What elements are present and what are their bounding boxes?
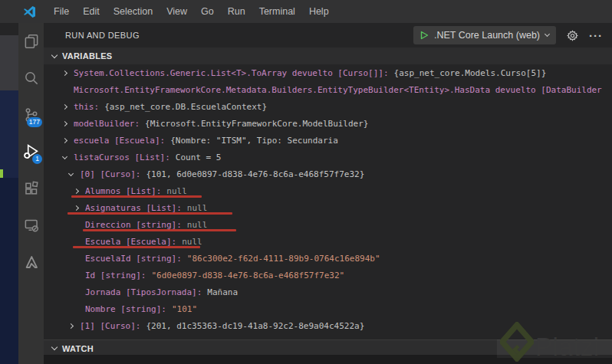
- chevron-right-icon[interactable]: [74, 205, 79, 210]
- chevron-right-icon[interactable]: [62, 137, 67, 143]
- azure-icon: [24, 254, 39, 270]
- chevron-down-icon: [51, 344, 58, 350]
- variable-name: EscuelaId [string]:: [85, 254, 182, 264]
- chevron-down-icon: [51, 51, 58, 57]
- launch-config-dropdown[interactable]: .NET Core Launch (web): [413, 26, 556, 44]
- activitybar-search[interactable]: [18, 60, 44, 97]
- variable-value: null: [182, 237, 202, 247]
- variable-value: Count = 5: [176, 152, 222, 162]
- variable-name: Microsoft.EntityFrameworkCore.Metadata.B…: [74, 85, 602, 95]
- variable-row[interactable]: [2] [Curso]:{301, 810212f5-0ffc-4e7a-964…: [44, 334, 612, 339]
- run-and-debug-badge: 1: [32, 154, 42, 164]
- explorer-icon: [24, 34, 39, 49]
- start-debug-icon[interactable]: [420, 31, 429, 40]
- activitybar-explorer[interactable]: [18, 23, 44, 60]
- activitybar-remote-explorer[interactable]: [18, 207, 44, 244]
- variable-value: {Microsoft.EntityFrameworkCore.ModelBuil…: [145, 119, 368, 129]
- vscode-window: FileEditSelectionViewGoRunTerminalHelp 1…: [0, 0, 612, 364]
- launch-config-label: .NET Core Launch (web): [434, 30, 540, 41]
- variable-name: Escuela [Escuela]:: [85, 237, 176, 247]
- background-block: [0, 178, 18, 364]
- variables-tree: System.Collections.Generic.List<T>.ToArr…: [44, 64, 612, 339]
- activity-bar: 1771: [18, 23, 44, 364]
- extensions-icon: [24, 181, 39, 196]
- chevron-right-icon[interactable]: [62, 120, 67, 126]
- chevron-right-icon[interactable]: [68, 323, 74, 328]
- variable-name: Asignaturas [List]:: [85, 203, 182, 213]
- menu-terminal[interactable]: Terminal: [252, 0, 302, 23]
- menu-edit[interactable]: Edit: [76, 0, 107, 23]
- menu-selection[interactable]: Selection: [107, 0, 160, 23]
- search-icon: [24, 71, 39, 86]
- activitybar-run-and-debug[interactable]: 1: [18, 133, 44, 170]
- variable-name: escuela [Escuela]:: [74, 136, 165, 146]
- variable-row[interactable]: Microsoft.EntityFrameworkCore.Metadata.B…: [44, 81, 612, 98]
- chevron-down-icon[interactable]: [62, 153, 67, 159]
- dropdown-chevron-icon: [545, 31, 550, 37]
- variable-row[interactable]: this:{asp_net_core.DB.EscuelaContext}: [44, 98, 612, 115]
- variable-row[interactable]: EscuelaId [string]:"86c300e2-f62d-4111-8…: [44, 250, 612, 267]
- red-underline-annotation: [67, 212, 232, 215]
- variable-row[interactable]: System.Collections.Generic.List<T>.ToArr…: [44, 64, 612, 81]
- more-actions-icon[interactable]: ···: [589, 29, 603, 42]
- red-underline-annotation: [71, 195, 202, 198]
- variable-row[interactable]: Jornada [TiposJornada]:Mañana: [44, 284, 612, 300]
- chevron-right-icon[interactable]: [62, 70, 67, 75]
- watch-section-body: [44, 355, 612, 364]
- variable-value: {asp_net_core.DB.EscuelaContext}: [104, 102, 267, 112]
- menu-go[interactable]: Go: [194, 0, 221, 23]
- vscode-logo-icon: [23, 5, 36, 18]
- chevron-down-icon[interactable]: [68, 170, 74, 175]
- activitybar-extensions[interactable]: [18, 170, 44, 207]
- panel-title: RUN AND DEBUG: [65, 31, 140, 40]
- variable-name: Alumnos [List]:: [85, 186, 161, 196]
- variable-row[interactable]: escuela [Escuela]:{Nombre: "ITSM", Tipo:…: [44, 132, 612, 149]
- variable-value: "86c300e2-f62d-4111-89b9-0764c16e894b": [187, 254, 380, 264]
- background-window-strip: [0, 23, 18, 364]
- variable-value: null: [187, 220, 208, 230]
- variable-row[interactable]: [1] [Curso]:{201, d1c35363-dc19-41a8-92c…: [44, 317, 612, 334]
- chevron-right-icon[interactable]: [74, 188, 79, 193]
- menu-file[interactable]: File: [47, 0, 76, 23]
- remote-explorer-icon: [24, 218, 39, 233]
- titlebar: FileEditSelectionViewGoRunTerminalHelp: [0, 0, 612, 23]
- menubar: FileEditSelectionViewGoRunTerminalHelp: [47, 0, 336, 23]
- background-block: [0, 90, 18, 178]
- variable-name: Id [string]:: [85, 271, 146, 280]
- variable-value: {Nombre: "ITSM", Tipo: Secundaria: [170, 136, 338, 146]
- variable-name: [0] [Curso]:: [80, 169, 140, 179]
- variable-value: {101, 6d0e0897-d838-4e76-8c6a-e468f57f7e…: [146, 169, 364, 179]
- watch-section-header[interactable]: WATCH: [44, 339, 612, 356]
- red-underline-annotation: [73, 246, 200, 248]
- background-block: [0, 35, 18, 90]
- variable-row[interactable]: Nombre [string]:"101": [44, 300, 612, 317]
- variable-name: [1] [Curso]:: [80, 321, 140, 331]
- variable-value: "6d0e0897-d838-4e76-8c6a-e468f57f7e32": [151, 271, 344, 280]
- variable-row[interactable]: modelBuilder:{Microsoft.EntityFrameworkC…: [44, 115, 612, 132]
- variable-row[interactable]: listaCursos [List]:Count = 5: [44, 149, 612, 166]
- menu-run[interactable]: Run: [221, 0, 252, 23]
- variable-value: {asp_net_core.Models.Curso[5]}: [394, 68, 547, 78]
- variable-value: null: [187, 203, 208, 213]
- variable-value: Mañana: [207, 287, 238, 297]
- variable-value: {201, d1c35363-dc19-41a8-92c2-8e9a04c452…: [146, 321, 364, 331]
- watch-section-title: WATCH: [62, 344, 94, 353]
- variable-name: System.Collections.Generic.List<T>.ToArr…: [74, 68, 389, 78]
- activitybar-source-control[interactable]: 177: [18, 97, 44, 133]
- menu-help[interactable]: Help: [302, 0, 336, 23]
- run-and-debug-panel: RUN AND DEBUG .NET Core Launch (web) ···…: [44, 23, 612, 364]
- menu-view[interactable]: View: [160, 0, 194, 23]
- variable-name: Jornada [TiposJornada]:: [85, 287, 202, 297]
- chevron-right-icon[interactable]: [62, 103, 67, 109]
- variables-section-header[interactable]: VARIABLES: [44, 48, 612, 64]
- activitybar-azure[interactable]: [18, 244, 44, 280]
- red-underline-annotation: [83, 229, 236, 231]
- source-control-badge: 177: [27, 117, 42, 127]
- variable-row[interactable]: Id [string]:"6d0e0897-d838-4e76-8c6a-e46…: [44, 267, 612, 284]
- variable-row[interactable]: [0] [Curso]:{101, 6d0e0897-d838-4e76-8c6…: [44, 166, 612, 182]
- debug-settings-gear-icon[interactable]: [567, 30, 578, 41]
- variables-section-title: VARIABLES: [62, 51, 112, 61]
- background-block: [0, 23, 18, 35]
- panel-header: RUN AND DEBUG .NET Core Launch (web) ···: [44, 23, 612, 48]
- variable-value: null: [166, 186, 187, 196]
